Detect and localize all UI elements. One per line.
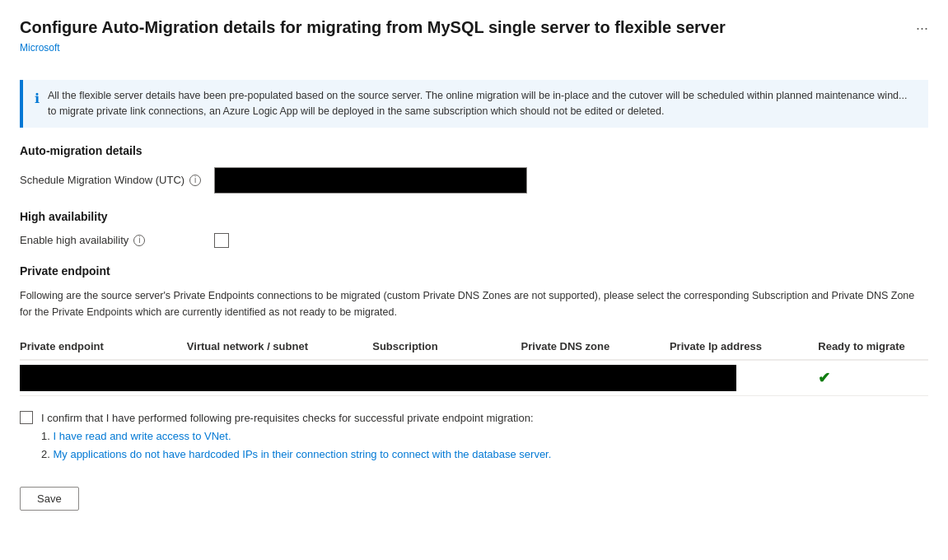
enable-ha-checkbox[interactable]: [214, 233, 229, 248]
col-header-ready-to-migrate: Ready to migrate: [818, 334, 928, 360]
confirm-checkbox[interactable]: [20, 411, 33, 424]
more-options-icon[interactable]: ···: [916, 20, 928, 37]
schedule-info-icon[interactable]: i: [189, 175, 201, 186]
col-header-vnet-subnet: Virtual network / subnet: [187, 334, 372, 360]
table-row: ✔: [20, 360, 928, 396]
confirm-row: I confirm that I have performed followin…: [20, 409, 928, 464]
private-endpoint-table: Private endpoint Virtual network / subne…: [20, 334, 928, 396]
high-availability-section-title: High availability: [20, 210, 928, 223]
schedule-migration-row: Schedule Migration Window (UTC) i: [20, 167, 928, 194]
enable-ha-checkbox-container: [214, 233, 229, 248]
confirm-text: I confirm that I have performed followin…: [41, 409, 551, 464]
info-banner-text: All the flexible server details have bee…: [48, 88, 917, 119]
private-endpoint-section-title: Private endpoint: [20, 264, 928, 278]
ready-to-migrate-cell: ✔: [818, 360, 928, 396]
col-header-private-endpoint: Private endpoint: [20, 334, 187, 360]
ready-checkmark-icon: ✔: [818, 370, 830, 386]
info-icon: ℹ: [35, 89, 40, 109]
private-endpoint-description: Following are the source server's Privat…: [20, 287, 926, 320]
hardcoded-ips-link[interactable]: My applications do not have hardcoded IP…: [53, 448, 551, 460]
ha-info-icon[interactable]: i: [133, 235, 145, 246]
auto-migration-section-title: Auto-migration details: [20, 144, 928, 157]
col-header-dns-zone: Private DNS zone: [521, 334, 670, 360]
enable-ha-label: Enable high availability i: [20, 234, 201, 246]
microsoft-link[interactable]: Microsoft: [20, 42, 60, 54]
vnet-access-link[interactable]: I have read and write access to VNet.: [53, 430, 231, 442]
info-banner: ℹ All the flexible server details have b…: [20, 80, 928, 128]
page-title: Configure Auto-Migration details for mig…: [20, 16, 726, 38]
save-button[interactable]: Save: [20, 487, 79, 511]
schedule-migration-label: Schedule Migration Window (UTC) i: [20, 174, 201, 186]
enable-ha-row: Enable high availability i: [20, 233, 928, 248]
col-header-subscription: Subscription: [372, 334, 521, 360]
schedule-migration-input[interactable]: [214, 167, 527, 194]
col-header-ip-address: Private Ip address: [670, 334, 818, 360]
